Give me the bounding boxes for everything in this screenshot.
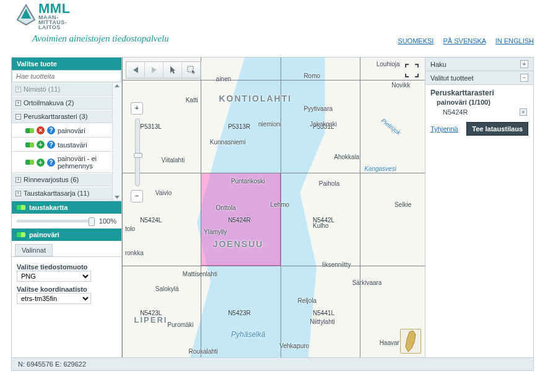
right-panel: Haku + Valitut tuotteet − Peruskarttaras… (425, 58, 533, 357)
tree-label: Taustakarttasarja (11) (24, 189, 89, 197)
options-tabs: Valinnat (12, 241, 121, 256)
zoom-thumb-icon[interactable] (134, 153, 142, 158)
tree-scrollbar[interactable] (112, 82, 121, 201)
map-viewport[interactable]: P5313L P5313R P5331L N5424L N5424R N5442… (122, 58, 425, 357)
selected-products-body: Peruskarttarasteri painoväri (1/100) N54… (425, 85, 533, 139)
help-icon[interactable]: ? (47, 159, 55, 167)
tile-label: P5313R (228, 123, 250, 130)
map-place-label: Puromäki (167, 321, 193, 328)
lang-fi-link[interactable]: SUOMEKSI (398, 37, 434, 45)
collapse-icon: − (15, 114, 21, 120)
zoom-control: + − (131, 102, 144, 203)
map-place-label: Ahokkala (334, 154, 359, 160)
format-select[interactable]: PNG (17, 271, 91, 282)
add-icon[interactable]: + (37, 159, 45, 167)
history-forward-button[interactable] (145, 62, 164, 78)
product-search-input[interactable] (12, 70, 121, 82)
svg-marker-2 (133, 67, 138, 73)
add-icon[interactable]: + (37, 141, 45, 149)
svg-marker-4 (170, 66, 175, 74)
tile-label: N5424R (228, 217, 251, 224)
map-place-label: Viitalahti (162, 157, 185, 163)
tree-item-rinnevarjostus[interactable]: + Rinnevarjostus (6) (12, 173, 112, 186)
active-layer-label: painoväri (29, 231, 59, 238)
tree-sub-painovari[interactable]: × ? painoväri (12, 123, 112, 137)
crs-select[interactable]: etrs-tm35fin (17, 293, 91, 304)
map-place-label: Kulho (313, 222, 329, 229)
crs-label: Valitse koordinaatisto (17, 285, 116, 293)
map-grid-line (122, 58, 123, 357)
map-water-label: Pyhäselkä (231, 330, 265, 339)
options-tab[interactable]: Valinnat (15, 244, 53, 256)
map-water-label: Kangasvesi (364, 165, 396, 172)
tree-label: Nimistö (11) (24, 85, 60, 93)
tree-sub-painovari-nopehm[interactable]: + ? painoväri - ei pehmennys (12, 152, 112, 173)
map-grid-line (360, 58, 360, 357)
overview-map-button[interactable] (400, 329, 421, 354)
zoom-slider[interactable] (135, 118, 140, 186)
lang-sv-link[interactable]: PÅ SVENSKA (443, 37, 486, 45)
map-place-label: Jakokoski (310, 121, 337, 128)
bg-layer-label: taustakartta (29, 204, 68, 211)
lang-en-link[interactable]: IN ENGLISH (495, 37, 534, 45)
svg-marker-3 (152, 67, 157, 73)
map-place-label: Iiksenniitty (322, 261, 351, 268)
map-place-label: Niittylahti (310, 318, 335, 325)
tree-item-ortoilmakuva[interactable]: + Ortoilmakuva (2) (12, 96, 112, 110)
layer-icon (17, 232, 25, 237)
map-place-label: Haavar (380, 339, 399, 346)
language-nav: SUOMEKSI PÅ SVENSKA IN ENGLISH (390, 37, 534, 45)
map-city-label: JOENSUU (213, 239, 264, 249)
map-place-label: Romo (303, 72, 320, 79)
tree-item-nimisto[interactable]: + Nimistö (11) (12, 82, 112, 96)
selected-product-title: Peruskarttarasteri (430, 89, 528, 97)
tree-sub-taustavari[interactable]: + ? taustaväri (12, 137, 112, 152)
map-place-label: Vehkapuro (279, 342, 309, 349)
map-place-label: Pyytivaara (303, 105, 333, 112)
help-icon[interactable]: ? (47, 126, 55, 134)
selected-tile-row: N5424R × (430, 107, 528, 117)
active-layer-header: painoväri (12, 229, 121, 241)
map-place-label: Ylämylly (204, 229, 227, 235)
map-place-label: Salokylä (155, 285, 179, 292)
pointer-button[interactable] (164, 62, 182, 78)
brand-logo: MML MAAN- MITTAUS- LAITOS (14, 2, 534, 30)
tree-item-peruskartta[interactable]: − Peruskarttarasteri (3) (12, 110, 112, 123)
collapse-icon: − (520, 74, 528, 82)
expand-icon: + (520, 60, 528, 68)
clear-selection-link[interactable]: Tyhjennä (430, 125, 458, 133)
map-place-label: tolo (125, 225, 135, 232)
tree-label: Rinnevarjostus (6) (24, 176, 79, 183)
opacity-slider[interactable] (17, 220, 95, 222)
layer-icon (25, 142, 34, 147)
format-label: Valitse tiedostomuoto (17, 263, 116, 271)
order-download-button[interactable]: Tee lataustilaus (466, 122, 528, 136)
map-place-label: Särkivaara (352, 279, 382, 286)
map-place-label: ronkka (125, 250, 144, 256)
map-city-label: LIPERI (134, 315, 168, 324)
slider-thumb-icon[interactable] (89, 217, 95, 226)
page-header: MML MAAN- MITTAUS- LAITOS Avoimien ainei… (0, 0, 545, 57)
fullscreen-button[interactable] (404, 63, 420, 79)
map-place-label: Louhioja (377, 61, 400, 68)
remove-icon[interactable]: × (37, 126, 45, 134)
map-place-label: Mattisenlahti (183, 271, 217, 277)
main-layout: Valitse tuote + Nimistö (11) + Ortoilmak… (11, 57, 534, 358)
help-icon[interactable]: ? (47, 141, 55, 149)
history-back-button[interactable] (126, 62, 145, 78)
tree-label: Ortoilmakuva (2) (24, 99, 74, 107)
tile-label: N5441L (313, 310, 334, 316)
map-place-label: Reijola (298, 297, 317, 304)
box-select-button[interactable] (182, 62, 201, 78)
search-accordion-header[interactable]: Haku + (425, 58, 533, 71)
zoom-out-button[interactable]: − (131, 190, 143, 203)
tree-item-yleiskartta[interactable]: + Yleiskartta 1:1 milj. (1) (12, 200, 112, 201)
selected-accordion-label: Valitut tuotteet (430, 74, 474, 82)
zoom-in-button[interactable]: + (131, 102, 143, 115)
tree-label: painoväri - ei pehmennys (58, 155, 108, 170)
tree-item-taustakartta[interactable]: + Taustakarttasarja (11) (12, 186, 112, 200)
map-place-label: niemioni (258, 121, 281, 128)
selected-product-subtitle: painoväri (1/100) (430, 97, 528, 107)
remove-tile-button[interactable]: × (520, 108, 527, 116)
selected-accordion-header[interactable]: Valitut tuotteet − (425, 71, 533, 85)
